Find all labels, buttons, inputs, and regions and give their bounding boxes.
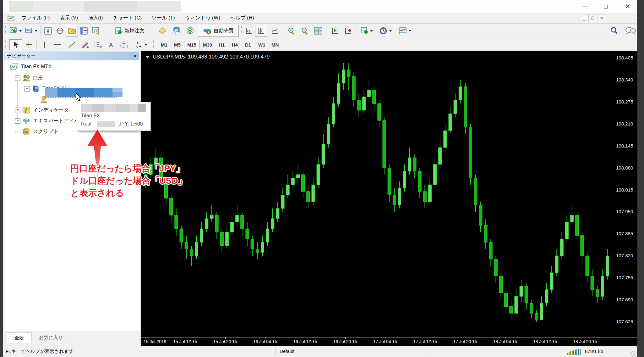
- timeframe-h4[interactable]: H4: [229, 40, 241, 49]
- new-chart-caret[interactable]: [19, 30, 22, 32]
- arrows-button[interactable]: [132, 39, 150, 50]
- auto-trading-button[interactable]: 自動売買: [198, 25, 239, 37]
- child-minimize-button[interactable]: ▁: [580, 14, 588, 22]
- blurred-title-3: [137, 1, 181, 12]
- tab-favorites[interactable]: お気に入り: [32, 332, 70, 343]
- expand-icon[interactable]: +: [15, 118, 20, 124]
- indicators-caret[interactable]: [408, 30, 412, 32]
- trendline-button[interactable]: [65, 39, 79, 50]
- status-separator: [388, 348, 388, 356]
- mql-community-button[interactable]: [170, 25, 183, 37]
- navigator-toggle-button[interactable]: [66, 25, 78, 37]
- timeframe-m5[interactable]: M5: [171, 40, 184, 49]
- profiles-button[interactable]: [23, 25, 39, 37]
- tree-item-accounts[interactable]: − 口座: [15, 74, 43, 82]
- expand-icon[interactable]: +: [15, 108, 20, 113]
- market-watch-button[interactable]: [42, 25, 54, 37]
- menu-chart[interactable]: チャート (C): [108, 13, 147, 23]
- search-button[interactable]: [608, 25, 621, 37]
- chat-bubbles-icon: [625, 26, 636, 35]
- resize-grip[interactable]: [630, 351, 636, 357]
- toolbar-grip[interactable]: [241, 26, 242, 35]
- window-maximize-button[interactable]: □: [598, 1, 613, 11]
- tree-item-scripts[interactable]: + スクリプト: [15, 128, 59, 135]
- horizontal-line-button[interactable]: [51, 39, 64, 50]
- price-tick: [613, 278, 615, 278]
- toolbar-grip[interactable]: [5, 40, 6, 49]
- search-icon: [610, 26, 619, 35]
- tab-common[interactable]: 全般: [7, 332, 31, 343]
- time-axis-separator[interactable]: [141, 337, 637, 337]
- text-button[interactable]: A: [106, 39, 117, 50]
- new-order-button[interactable]: 新規注文: [106, 25, 153, 37]
- text-label-button[interactable]: T: [117, 39, 131, 50]
- channel-button[interactable]: E: [79, 39, 92, 50]
- timeframe-h1[interactable]: H1: [216, 40, 228, 49]
- mt4-icon: [10, 63, 18, 70]
- new-chart-button[interactable]: [8, 25, 23, 37]
- chart-window[interactable]: USDJPY,M15 109.488 109.492 109.470 109.4…: [140, 51, 637, 346]
- timeframe-m30[interactable]: M30: [200, 40, 215, 49]
- navigator-close-icon[interactable]: ✕: [133, 53, 137, 59]
- line-chart-button[interactable]: [269, 25, 281, 37]
- candlestick-plot[interactable]: [141, 51, 637, 337]
- child-restore-button[interactable]: ❐: [588, 14, 597, 22]
- bar-chart-button[interactable]: [243, 25, 255, 37]
- zoom-in-button[interactable]: [285, 25, 298, 37]
- timeframe-mn[interactable]: MN: [268, 40, 282, 49]
- window-close-button[interactable]: ✕: [620, 1, 635, 11]
- menu-insert[interactable]: 挿入(I): [83, 13, 108, 23]
- toolbar-grip[interactable]: [153, 40, 154, 49]
- price-tick-label: 108.340: [616, 77, 633, 82]
- trendline-icon: [68, 41, 76, 48]
- chart-shift-button[interactable]: [342, 25, 354, 37]
- child-close-button[interactable]: ✕: [597, 14, 606, 22]
- auto-scroll-button[interactable]: [329, 25, 341, 37]
- standard-toolbar: 新規注文 自動売買: [3, 24, 637, 38]
- tree-item-indicators[interactable]: + f インディケータ: [15, 106, 69, 114]
- arrows-caret[interactable]: [144, 44, 147, 46]
- zoom-out-button[interactable]: [298, 25, 311, 37]
- menu-tools[interactable]: ツール (T): [147, 13, 180, 23]
- menu-help[interactable]: ヘルプ (H): [225, 13, 259, 23]
- templates-button[interactable]: [358, 25, 375, 37]
- menu-window[interactable]: ウィンドウ (W): [180, 13, 225, 23]
- tree-item-broker-root[interactable]: Titan FX MT4: [10, 63, 51, 70]
- terminal-button[interactable]: [78, 25, 90, 37]
- timeframe-m15[interactable]: M15: [184, 40, 199, 49]
- data-window-button[interactable]: [54, 25, 66, 37]
- status-separator: [462, 348, 462, 356]
- indicators-button[interactable]: [396, 25, 413, 37]
- navigator-header[interactable]: ナビゲーター ✕: [4, 52, 139, 60]
- metaeditor-button[interactable]: [156, 25, 169, 37]
- collapse-icon[interactable]: −: [25, 86, 30, 92]
- periods-caret[interactable]: [389, 30, 392, 32]
- fibonacci-button[interactable]: F: [92, 39, 105, 50]
- selected-account-blurred[interactable]: [45, 88, 123, 97]
- profiles-caret[interactable]: [35, 30, 38, 32]
- mql-community-icon: [172, 27, 181, 35]
- timeframe-d1[interactable]: D1: [242, 40, 254, 49]
- collapse-icon[interactable]: −: [15, 75, 20, 81]
- tile-windows-button[interactable]: [312, 25, 325, 37]
- menu-file[interactable]: ファイル (F): [16, 13, 55, 23]
- crosshair-button[interactable]: [23, 39, 35, 50]
- timeframe-w1[interactable]: W1: [255, 40, 269, 49]
- cursor-button[interactable]: [9, 39, 22, 50]
- timeframe-m1[interactable]: M1: [158, 40, 171, 49]
- tab-separator: [72, 334, 72, 341]
- strategy-tester-button[interactable]: [90, 25, 102, 37]
- menu-view[interactable]: 表示 (V): [55, 13, 83, 23]
- chat-button[interactable]: [623, 25, 638, 37]
- periods-button[interactable]: [377, 25, 394, 37]
- price-axis-separator[interactable]: [613, 51, 613, 337]
- status-template[interactable]: Default: [280, 349, 295, 354]
- window-minimize-button[interactable]: —: [578, 1, 592, 11]
- price-tick: [613, 102, 615, 102]
- toolbar-grip[interactable]: [5, 26, 6, 35]
- vertical-line-button[interactable]: [39, 39, 50, 50]
- news-sound-button[interactable]: [183, 25, 197, 37]
- templates-caret[interactable]: [370, 30, 373, 32]
- expand-icon[interactable]: +: [15, 129, 20, 134]
- candlestick-button[interactable]: [255, 25, 267, 37]
